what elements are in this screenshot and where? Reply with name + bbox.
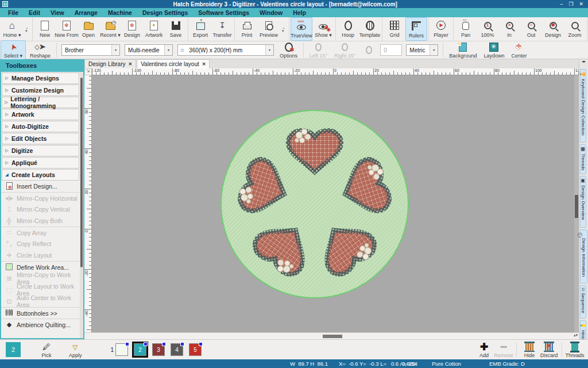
canvas-horizontal-scrollbar[interactable]: ▴▾ xyxy=(84,332,579,339)
tab-close-icon[interactable]: ✕ xyxy=(202,62,206,67)
toolbar-button-options[interactable]: Options xyxy=(277,41,300,59)
color-chip-1[interactable]: 1 xyxy=(111,343,129,356)
toolbar-button-grid[interactable]: Grid xyxy=(384,17,405,41)
close-button[interactable]: ✕ xyxy=(579,1,583,7)
menu-view[interactable]: View xyxy=(51,9,64,16)
toolbar-button-100[interactable]: 1100% xyxy=(477,17,498,41)
tab-design-library[interactable]: Design Library✕ xyxy=(84,59,136,68)
select-multi-needle[interactable]: Multi-needle▾ xyxy=(125,44,173,56)
menu-edit[interactable]: Edit xyxy=(29,9,40,16)
toolbar-button-trueview[interactable]: TrueView xyxy=(291,17,312,41)
toolbar-group: Export↧Transfer xyxy=(188,17,235,41)
select-dropdown-icon[interactable]: ▾ xyxy=(430,45,438,55)
select-brother[interactable]: Brother▾ xyxy=(61,44,120,56)
toolbar-button-new-from[interactable]: New From xyxy=(56,17,78,41)
menu-window[interactable]: Window xyxy=(260,9,283,16)
tab-close-icon[interactable]: ✕ xyxy=(128,62,132,67)
toolbar-button-export[interactable]: Export xyxy=(189,17,211,41)
toolbar-button-out[interactable]: −Out xyxy=(520,17,542,41)
menu-design-settings[interactable]: Design Settings xyxy=(142,9,188,16)
toolbar-button-left-15[interactable]: Left 15° xyxy=(307,41,330,59)
toolbar-button-open[interactable]: Open xyxy=(78,17,99,41)
design-canvas[interactable] xyxy=(92,75,579,332)
select-metric[interactable]: Metric▾ xyxy=(406,44,438,56)
tool-insert-design[interactable]: Insert Design... xyxy=(1,181,80,192)
toolbar-button-hoop-small[interactable] xyxy=(359,44,378,56)
toolbar-button-preview[interactable]: Preview xyxy=(258,17,280,41)
tool-define-work-area[interactable]: Define Work Area... xyxy=(1,261,80,273)
toolbar-button-template[interactable]: Template xyxy=(359,17,381,41)
rotation-angle-spinner[interactable]: 0 xyxy=(380,44,402,56)
scrollbar-arrows[interactable]: ▴▾ xyxy=(574,333,578,338)
docker-tab-threads[interactable]: ▦Threads xyxy=(580,144,586,174)
menu-help[interactable]: Help xyxy=(293,9,306,16)
toolbar-button-reshape[interactable]: ⬦➤Reshape xyxy=(27,41,53,59)
apply-color-button[interactable]: 🜄 Apply xyxy=(69,341,82,358)
select-360-w-x-200-h-mm[interactable]: ○360(W) x 200(H) mm▾ xyxy=(177,44,274,56)
docker-tab-design-overview[interactable]: ▣Design Overview xyxy=(580,176,586,228)
sidebar-item-appliqu[interactable]: ▷Appliqué xyxy=(2,157,79,168)
toolbar-button-center[interactable]: Center xyxy=(508,41,529,59)
canvas-vertical-scrollbar[interactable] xyxy=(574,75,579,332)
toolbar-button-pan[interactable]: Pan xyxy=(455,17,477,41)
menu-arrange[interactable]: Arrange xyxy=(75,9,98,16)
palette-button-hide[interactable]: Hide xyxy=(520,341,539,358)
sidebar-item-manage-designs[interactable]: ▷Manage Designs xyxy=(2,72,79,84)
toolbar-button-select[interactable]: ➤Select ▾ xyxy=(1,40,26,60)
select-dropdown-icon[interactable]: ▾ xyxy=(111,45,119,55)
docker-tab-keyboard-design-collection[interactable]: 🏆Keyboard Design Collection xyxy=(580,69,586,143)
color-chip-4[interactable]: 4 xyxy=(171,343,183,356)
toolbar-button-zoom[interactable]: Zoom xyxy=(564,17,586,41)
toolbar-button-save[interactable]: Save xyxy=(165,17,187,41)
minimize-button[interactable]: – xyxy=(560,1,563,7)
menu-machine[interactable]: Machine xyxy=(108,9,132,16)
toolbar-button-new[interactable]: New xyxy=(34,17,56,41)
toolbar-button-right-15[interactable]: Right 15° xyxy=(331,41,358,59)
color-swatch[interactable]: 4 xyxy=(171,343,183,356)
toolbar-button-in[interactable]: +In xyxy=(498,17,520,41)
sidebar-item-lettering-monogramming[interactable]: ▷Lettering / Monogramming xyxy=(2,97,79,108)
toolboxes-scrollbar[interactable] xyxy=(80,72,83,338)
color-swatch[interactable]: 5 xyxy=(189,343,202,356)
sidebar-item-artwork[interactable]: ▷Artwork xyxy=(2,109,79,120)
palette-button-threads[interactable]: Threads xyxy=(565,341,585,358)
toolbar-button-hoop[interactable]: Hoop xyxy=(337,17,359,41)
strip-arrows-top[interactable]: ◂▸ xyxy=(579,59,588,67)
tool-ambience-quilting[interactable]: ◆Ambience Quilting... xyxy=(1,319,80,330)
palette-button-add[interactable]: ✚Add xyxy=(474,341,494,358)
pick-color-button[interactable]: 🖉 Pick xyxy=(40,341,53,358)
menu-file[interactable]: File xyxy=(8,9,18,16)
color-swatch[interactable]: 3 xyxy=(152,343,165,356)
toolbar-button-design[interactable]: ✽Design xyxy=(542,17,564,41)
toolbar-button-recent[interactable]: Recent ▾ xyxy=(99,17,121,41)
tab-valentines-circle-layout[interactable]: Valentines circle layout✕ xyxy=(137,59,210,68)
toolbar-button-laydown[interactable]: Laydown xyxy=(481,41,507,59)
restore-button[interactable]: ❐ xyxy=(568,1,573,7)
color-chip-2[interactable]: 2 xyxy=(134,343,146,356)
toolbar-button-print[interactable]: Print xyxy=(236,17,258,41)
docker-tab-sequence[interactable]: ⠿Sequence xyxy=(580,285,586,319)
select-dropdown-icon[interactable]: ▾ xyxy=(265,45,273,55)
color-swatch[interactable] xyxy=(115,343,128,356)
color-chip-5[interactable]: 5 xyxy=(189,343,202,356)
toolbar-button-player[interactable]: Player xyxy=(430,17,452,41)
color-swatch[interactable]: 2 xyxy=(134,343,146,356)
toolbar-button-home[interactable]: ⌂Home ▾ xyxy=(1,17,23,41)
toolbar-button-artwork[interactable]: Artwork xyxy=(143,17,165,41)
toolbar-button-design[interactable]: Design xyxy=(121,17,143,41)
sidebar-item-create-layouts[interactable]: ◢Create Layouts xyxy=(2,169,79,181)
docker-tab-design-information[interactable]: ⓘDesign Information xyxy=(580,229,587,283)
menu-software-settings[interactable]: Software Settings xyxy=(198,9,249,16)
tool-buttonholes[interactable]: Buttonholes >> xyxy=(1,307,80,319)
select-dropdown-icon[interactable]: ▾ xyxy=(164,45,172,55)
toolbar-button-rulers[interactable]: Rulers xyxy=(405,17,427,41)
sidebar-item-auto-digitize[interactable]: ▷Auto-Digitize xyxy=(2,121,79,132)
color-chip-3[interactable]: 3 xyxy=(152,343,165,356)
palette-button-discard[interactable]: ✕Discard xyxy=(539,341,559,358)
toolbar-button-transfer[interactable]: ↧Transfer xyxy=(211,17,233,41)
sidebar-item-edit-objects[interactable]: ▷Edit Objects xyxy=(2,133,79,144)
sidebar-item-digitize[interactable]: ▷Digitize xyxy=(2,145,79,156)
toolbar-button-background[interactable]: Background xyxy=(446,41,479,59)
sidebar-item-customize-design[interactable]: ▷Customize Design xyxy=(2,85,79,96)
toolbar-button-show[interactable]: Show ▾ xyxy=(312,17,334,41)
